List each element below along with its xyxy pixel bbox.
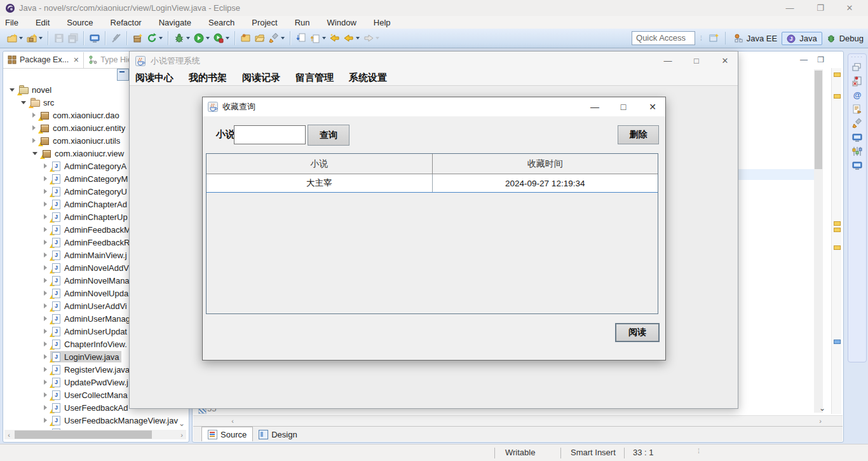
menu-help[interactable]: Help bbox=[374, 18, 391, 27]
ruler-marker[interactable] bbox=[834, 72, 841, 77]
doc-up-dropdown[interactable] bbox=[322, 37, 326, 39]
tab-package-explorer[interactable]: Package Ex... ✕ bbox=[3, 52, 84, 68]
window-close-button[interactable]: ✕ bbox=[835, 0, 864, 16]
scroll-down-icon[interactable]: ⌄ bbox=[179, 419, 185, 428]
menu-edit[interactable]: Edit bbox=[36, 18, 50, 27]
new-java-project-icon[interactable] bbox=[25, 31, 39, 46]
run-icon[interactable] bbox=[192, 31, 206, 46]
app-menu-1[interactable]: 我的书架 bbox=[189, 72, 227, 84]
quick-access-input[interactable]: Quick Access bbox=[632, 31, 695, 45]
chevron-right-icon[interactable] bbox=[32, 113, 36, 118]
package-explorer-hscrollbar[interactable]: ‹ › bbox=[4, 430, 186, 439]
open-perspective-icon[interactable] bbox=[707, 31, 721, 46]
chevron-right-icon[interactable] bbox=[44, 418, 47, 423]
scroll-down-icon[interactable]: ⌄ bbox=[819, 404, 825, 413]
chevron-right-icon[interactable] bbox=[32, 125, 36, 130]
close-tab-icon[interactable]: ✕ bbox=[73, 56, 79, 64]
monitor-icon[interactable] bbox=[851, 160, 863, 171]
ruler-marker[interactable] bbox=[834, 228, 841, 232]
coverage-dropdown[interactable] bbox=[226, 37, 229, 39]
cascade-windows-icon[interactable] bbox=[851, 62, 863, 73]
chevron-right-icon[interactable] bbox=[44, 329, 47, 334]
app-menu-4[interactable]: 系统设置 bbox=[349, 72, 387, 84]
menu-project[interactable]: Project bbox=[252, 18, 277, 27]
chevron-right-icon[interactable] bbox=[44, 252, 47, 258]
brush-dropdown[interactable] bbox=[281, 37, 285, 39]
dialog-maximize-button[interactable]: □ bbox=[613, 99, 634, 114]
console-toolbar-icon[interactable] bbox=[88, 31, 102, 46]
app-maximize-button[interactable]: □ bbox=[687, 54, 706, 68]
dialog-close-button[interactable]: ✕ bbox=[642, 99, 663, 114]
menu-source[interactable]: Source bbox=[67, 18, 93, 27]
sliders-icon[interactable] bbox=[851, 146, 863, 157]
new-wizard-icon[interactable] bbox=[5, 31, 19, 46]
new-java-project-dropdown[interactable] bbox=[39, 37, 43, 39]
app-menu-3[interactable]: 留言管理 bbox=[295, 72, 334, 84]
new-package-icon[interactable] bbox=[131, 31, 145, 46]
chevron-right-icon[interactable] bbox=[44, 163, 47, 169]
app-minimize-button[interactable]: — bbox=[658, 54, 677, 68]
new-wizard-dropdown[interactable] bbox=[19, 37, 23, 39]
ruler-marker[interactable] bbox=[834, 245, 841, 250]
chevron-down-icon[interactable] bbox=[10, 88, 15, 92]
menu-file[interactable]: File bbox=[5, 18, 18, 27]
chevron-down-icon[interactable] bbox=[32, 152, 37, 155]
scroll-right-icon[interactable]: › bbox=[177, 431, 186, 439]
maximize-view-icon[interactable]: ❐ bbox=[817, 56, 824, 64]
save-icon[interactable] bbox=[52, 31, 66, 46]
scrollbar-thumb[interactable] bbox=[815, 71, 822, 169]
perspective-java[interactable]: J Java bbox=[782, 32, 822, 45]
chevron-right-icon[interactable] bbox=[44, 367, 47, 372]
at-sign-icon[interactable]: @ bbox=[851, 90, 863, 101]
scrollbar-thumb[interactable] bbox=[15, 430, 152, 439]
chevron-down-icon[interactable] bbox=[21, 101, 26, 104]
open-folder2-icon[interactable] bbox=[253, 31, 267, 46]
chevron-right-icon[interactable] bbox=[44, 303, 47, 308]
table-row[interactable]: 大主宰2024-09-27 12:19:34 bbox=[207, 174, 658, 193]
table-column-header[interactable]: 收藏时间 bbox=[432, 154, 658, 174]
chevron-right-icon[interactable] bbox=[44, 265, 47, 270]
delete-button[interactable]: 删除 bbox=[618, 125, 659, 144]
open-folder-icon[interactable] bbox=[239, 31, 253, 46]
sync-dropdown[interactable] bbox=[159, 37, 163, 39]
pen-slash-icon[interactable] bbox=[109, 31, 123, 46]
scroll-left-icon[interactable]: ‹ bbox=[4, 431, 13, 439]
scroll-right-icon[interactable]: › bbox=[816, 417, 825, 425]
menu-search[interactable]: Search bbox=[208, 18, 234, 27]
chevron-right-icon[interactable] bbox=[44, 341, 47, 347]
doc-up-arrow-icon[interactable] bbox=[308, 31, 322, 46]
chevron-right-icon[interactable] bbox=[44, 380, 47, 385]
chevron-right-icon[interactable] bbox=[44, 316, 47, 321]
window-restore-button[interactable]: ❐ bbox=[806, 0, 835, 16]
read-button[interactable]: 阅读 bbox=[615, 323, 660, 342]
chevron-right-icon[interactable] bbox=[44, 227, 47, 232]
menu-window[interactable]: Window bbox=[327, 18, 356, 27]
minimize-view-icon[interactable]: — bbox=[800, 56, 808, 64]
forward-dropdown[interactable] bbox=[376, 37, 379, 39]
brush-icon[interactable] bbox=[851, 118, 863, 129]
chevron-right-icon[interactable] bbox=[44, 240, 47, 245]
editor-vscrollbar[interactable] bbox=[814, 69, 823, 413]
app-close-button[interactable]: ✕ bbox=[715, 54, 735, 68]
novel-input[interactable] bbox=[234, 125, 306, 144]
chevron-right-icon[interactable] bbox=[44, 405, 47, 410]
ruler-marker[interactable] bbox=[834, 340, 841, 344]
chevron-right-icon[interactable] bbox=[44, 291, 47, 296]
console-icon[interactable] bbox=[851, 132, 863, 143]
brush-icon[interactable] bbox=[267, 31, 281, 46]
chevron-right-icon[interactable] bbox=[44, 202, 47, 207]
code-doc-icon[interactable] bbox=[851, 104, 863, 115]
forward-icon[interactable] bbox=[362, 31, 376, 46]
chevron-right-icon[interactable] bbox=[44, 189, 47, 194]
window-minimize-button[interactable]: — bbox=[775, 0, 804, 16]
coverage-icon[interactable] bbox=[212, 31, 226, 46]
perspective-javaee[interactable]: Java EE bbox=[729, 32, 782, 45]
chevron-right-icon[interactable] bbox=[44, 354, 47, 359]
debug-toolbar-icon[interactable] bbox=[172, 31, 186, 46]
chevron-right-icon[interactable] bbox=[44, 176, 47, 181]
chevron-right-icon[interactable] bbox=[32, 138, 36, 143]
ruler-marker[interactable] bbox=[834, 94, 841, 99]
restore-view-icon[interactable] bbox=[117, 69, 129, 81]
back-dropdown[interactable] bbox=[356, 37, 360, 39]
table-column-header[interactable]: 小说 bbox=[207, 154, 432, 174]
